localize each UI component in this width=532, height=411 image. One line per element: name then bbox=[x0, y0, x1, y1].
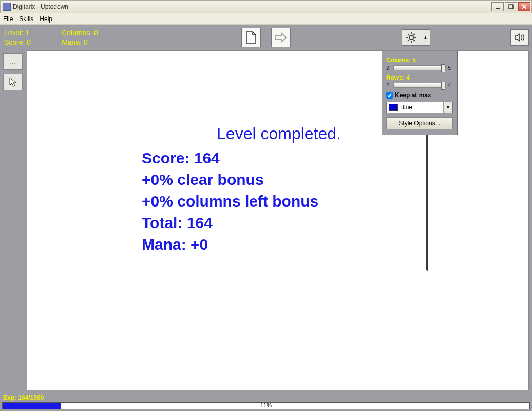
columns-min: 2 bbox=[386, 65, 391, 71]
speaker-icon bbox=[514, 33, 525, 42]
app-icon bbox=[3, 3, 11, 11]
maximize-button[interactable] bbox=[505, 2, 517, 11]
svg-line-10 bbox=[413, 40, 415, 41]
level-result-panel: Level completed. Score: 164 +0% clear bo… bbox=[130, 113, 428, 271]
keep-at-max-label: Keep at max bbox=[395, 91, 431, 99]
keep-at-max-row: Keep at max bbox=[386, 91, 453, 99]
menu-file[interactable]: File bbox=[3, 15, 13, 23]
columns-slider[interactable] bbox=[393, 65, 446, 70]
menu-help[interactable]: Help bbox=[40, 15, 52, 23]
svg-line-12 bbox=[408, 40, 409, 41]
result-clear-bonus: +0% clear bonus bbox=[142, 171, 416, 189]
cursor-icon bbox=[9, 77, 17, 87]
game-canvas[interactable]: Level completed. Score: 164 +0% clear bo… bbox=[27, 50, 529, 390]
svg-point-4 bbox=[409, 35, 413, 40]
bottom-bar: Exp: 164/1500 11% bbox=[0, 394, 532, 411]
columns-max: 5 bbox=[448, 65, 453, 71]
new-game-button[interactable] bbox=[241, 28, 261, 47]
window-title: Digitarix - Uptodown bbox=[13, 3, 491, 10]
svg-line-11 bbox=[413, 34, 415, 35]
exp-progress-bar: 11% bbox=[2, 402, 530, 409]
columns-slider-label: Colums: 5 bbox=[386, 57, 453, 64]
stat-columns: Columns: 0 bbox=[62, 28, 98, 38]
document-icon bbox=[245, 31, 257, 44]
stat-score: Score: 0 bbox=[4, 38, 31, 47]
result-mana: Mana: +0 bbox=[142, 236, 416, 253]
result-total: Total: 164 bbox=[142, 214, 416, 232]
sound-button[interactable] bbox=[510, 29, 529, 46]
settings-panel: Colums: 5 2 5 Rows: 4 2 4 Keep at max Bl… bbox=[382, 51, 458, 135]
color-name: Blue bbox=[400, 104, 443, 111]
rows-slider-label: Rows: 4 bbox=[386, 74, 453, 81]
stat-level: Level: 1 bbox=[4, 28, 31, 38]
toolbar: Level: 1 Columns: 0 Score: 0 Mana: 0 ▲ bbox=[0, 25, 532, 50]
color-swatch bbox=[389, 104, 398, 111]
ellipsis-icon: ... bbox=[10, 58, 16, 66]
keep-at-max-checkbox[interactable] bbox=[386, 92, 393, 99]
exp-label: Exp: 164/1500 bbox=[0, 394, 532, 402]
svg-rect-1 bbox=[509, 5, 513, 9]
rows-min: 2 bbox=[386, 82, 391, 88]
result-title: Level completed. bbox=[142, 124, 416, 143]
chevron-down-icon[interactable]: ▼ bbox=[443, 102, 452, 113]
window-controls bbox=[491, 2, 530, 11]
next-button[interactable] bbox=[271, 28, 291, 47]
menu-bar: File Skills Help bbox=[0, 13, 532, 25]
result-score: Score: 164 bbox=[142, 150, 416, 167]
pointer-tool-button[interactable] bbox=[3, 74, 23, 90]
arrow-right-icon bbox=[275, 32, 287, 43]
rows-slider[interactable] bbox=[393, 83, 446, 88]
menu-skills[interactable]: Skills bbox=[19, 15, 33, 23]
exp-progress-percent: 11% bbox=[3, 402, 529, 408]
title-bar: Digitarix - Uptodown bbox=[0, 0, 532, 13]
svg-line-9 bbox=[408, 34, 409, 35]
result-columns-bonus: +0% columns left bonus bbox=[142, 193, 416, 210]
settings-dropdown-toggle[interactable]: ▲ bbox=[421, 29, 430, 46]
options-button[interactable]: ... bbox=[3, 53, 23, 70]
color-select[interactable]: Blue ▼ bbox=[386, 102, 453, 113]
stat-mana: Mana: 0 bbox=[62, 38, 98, 47]
style-options-button[interactable]: Style Options... bbox=[386, 117, 453, 129]
settings-button[interactable] bbox=[402, 29, 421, 46]
rows-max: 4 bbox=[448, 82, 453, 88]
left-toolbar: ... bbox=[0, 50, 27, 394]
minimize-button[interactable] bbox=[491, 2, 504, 11]
game-stats: Level: 1 Columns: 0 Score: 0 Mana: 0 bbox=[4, 28, 98, 47]
main-area: ... Level completed. Score: 164 +0% clea… bbox=[0, 50, 532, 394]
gear-icon bbox=[406, 32, 417, 43]
close-button[interactable] bbox=[518, 2, 530, 11]
